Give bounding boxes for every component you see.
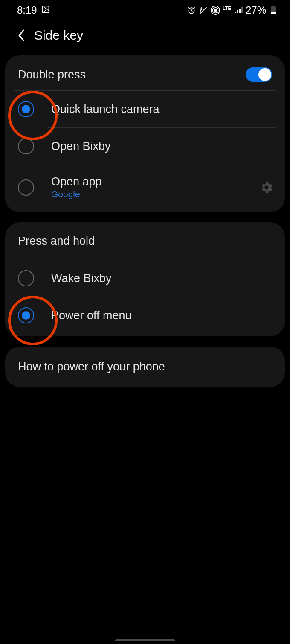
signal-icon	[234, 6, 243, 15]
press-hold-section: Press and hold Wake Bixby Power off menu	[5, 222, 285, 336]
gear-icon[interactable]	[259, 180, 274, 195]
battery-icon	[269, 6, 278, 15]
svg-point-4	[214, 9, 217, 12]
hotspot-icon	[211, 6, 220, 15]
svg-rect-8	[271, 12, 276, 14]
option-power-off-menu[interactable]: Power off menu	[5, 297, 285, 336]
how-to-power-off-label: How to power off your phone	[18, 360, 272, 373]
svg-rect-9	[272, 6, 275, 7]
how-to-power-off[interactable]: How to power off your phone	[5, 347, 285, 387]
page-header: Side key	[0, 19, 290, 55]
status-bar: 8:19 LTE ↓↑ 27%	[0, 0, 290, 19]
back-button[interactable]	[17, 28, 26, 43]
alarm-icon	[187, 6, 196, 15]
page-title: Side key	[34, 28, 83, 43]
double-press-toggle[interactable]	[246, 67, 272, 82]
nav-handle[interactable]	[115, 639, 175, 641]
option-wake-bixby[interactable]: Wake Bixby	[5, 260, 285, 297]
radio-wake-bixby[interactable]	[18, 270, 34, 286]
radio-open-app[interactable]	[18, 179, 34, 196]
label-power-off-menu: Power off menu	[51, 309, 274, 322]
radio-quick-launch-camera[interactable]	[18, 101, 34, 117]
double-press-title: Double press	[18, 68, 86, 81]
radio-open-bixby[interactable]	[18, 138, 34, 154]
label-open-bixby: Open Bixby	[51, 140, 274, 153]
option-open-app[interactable]: Open app Google	[5, 165, 285, 212]
option-open-bixby[interactable]: Open Bixby	[5, 128, 285, 165]
network-type: LTE ↓↑	[223, 6, 231, 14]
screenshot-icon	[41, 4, 50, 16]
label-wake-bixby: Wake Bixby	[51, 272, 274, 285]
sub-open-app: Google	[51, 189, 259, 199]
status-time: 8:19	[17, 4, 37, 16]
label-open-app: Open app	[51, 175, 259, 188]
svg-point-1	[44, 8, 45, 9]
vibrate-icon	[199, 6, 208, 15]
option-quick-launch-camera[interactable]: Quick launch camera	[5, 91, 285, 127]
radio-power-off-menu[interactable]	[18, 307, 34, 323]
battery-percent: 27%	[246, 4, 266, 16]
press-hold-title: Press and hold	[18, 234, 95, 248]
double-press-section: Double press Quick launch camera Open Bi…	[5, 55, 285, 212]
label-quick-launch-camera: Quick launch camera	[51, 103, 274, 116]
